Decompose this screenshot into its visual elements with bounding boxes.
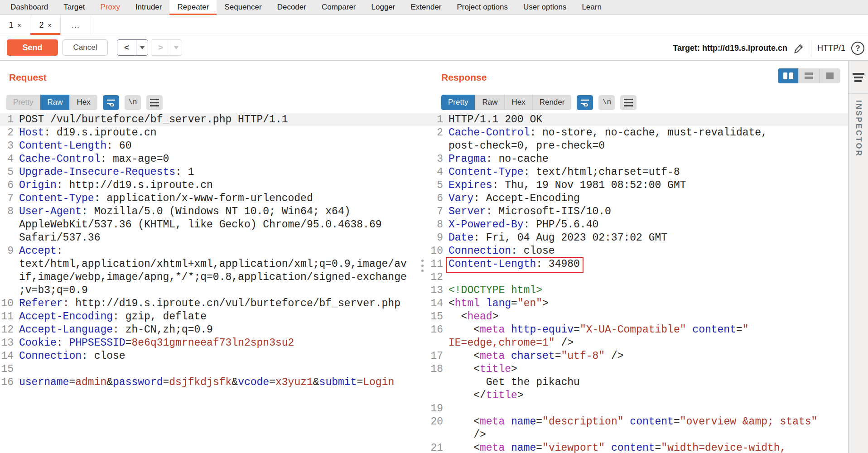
code-line: 13Cookie: PHPSESSID=8e6q31gmrneeaf73ln2s…	[0, 337, 429, 350]
line-number: 20	[429, 415, 443, 429]
response-panel: Response PrettyRawHexRender \n 1HTTP	[429, 61, 848, 453]
close-tab-icon[interactable]: ×	[17, 22, 21, 29]
code-line: 21 <meta name="viewport" content="width=…	[429, 442, 848, 453]
format-tab-raw[interactable]: Raw	[40, 95, 70, 110]
menu-item-extender[interactable]: Extender	[403, 0, 449, 14]
code-line: 7Content-Type: application/x-www-form-ur…	[0, 192, 429, 205]
history-back-dropdown[interactable]	[136, 40, 148, 55]
format-tab-raw[interactable]: Raw	[475, 95, 505, 110]
format-tab-render[interactable]: Render	[533, 95, 572, 110]
format-tab-pretty[interactable]: Pretty	[6, 95, 40, 110]
code-line: AppleWebKit/537.36 (KHTML, like Gecko) C…	[0, 218, 429, 231]
menu-item-project-options[interactable]: Project options	[449, 0, 516, 14]
line-number: 16	[429, 323, 443, 337]
layout-toggle	[778, 68, 840, 83]
line-number: 15	[0, 363, 14, 376]
history-forward-button[interactable]: >	[151, 40, 170, 55]
menu-item-decoder[interactable]: Decoder	[270, 0, 314, 14]
wrap-icon	[106, 98, 116, 106]
menu-item-sequencer[interactable]: Sequencer	[217, 0, 269, 14]
line-number: 6	[0, 179, 14, 192]
request-editor[interactable]: 1POST /vul/burteforce/bf_server.php HTTP…	[0, 113, 429, 389]
menu-item-comparer[interactable]: Comparer	[314, 0, 364, 14]
menu-item-logger[interactable]: Logger	[364, 0, 403, 14]
line-number: 7	[429, 205, 443, 218]
show-newlines-button[interactable]: \n	[125, 95, 141, 110]
format-tab-hex[interactable]: Hex	[70, 95, 97, 110]
newline-glyph: \n	[128, 98, 137, 106]
code-line: post-check=0, pre-check=0	[429, 140, 848, 153]
history-forward-dropdown[interactable]	[170, 40, 182, 55]
repeater-tab-bar: 1×2×...	[0, 15, 868, 35]
response-editor[interactable]: 1HTTP/1.1 200 OK2Cache-Control: no-store…	[429, 113, 848, 453]
inspector-collapse-button[interactable]	[849, 61, 868, 94]
menu-item-learn[interactable]: Learn	[574, 0, 609, 14]
line-number: 14	[0, 350, 14, 363]
line-number: 13	[0, 337, 14, 350]
line-number: 12	[0, 323, 14, 337]
history-back-button[interactable]: <	[117, 40, 136, 55]
panel-splitter-handle[interactable]	[421, 260, 424, 272]
code-line: 8X-Powered-By: PHP/5.6.40	[429, 218, 848, 231]
line-number: 11	[0, 310, 14, 323]
menu-item-proxy[interactable]: Proxy	[92, 0, 127, 14]
code-line: 12	[429, 271, 848, 284]
code-line: 5Upgrade-Insecure-Requests: 1	[0, 166, 429, 179]
code-line: />	[429, 429, 848, 442]
code-line: 10Referer: http://d19.s.iproute.cn/vul/b…	[0, 297, 429, 310]
repeater-toolbar: Send Cancel < > Target: http://d19.s.ipr…	[0, 36, 868, 61]
hamburger-icon	[150, 99, 159, 106]
code-line: 9Accept:	[0, 245, 429, 258]
target-url-label: Target: http://d19.s.iproute.cn	[673, 43, 787, 53]
line-number: 17	[429, 350, 443, 363]
inspector-rail: INSPECTOR	[848, 61, 868, 453]
menu-item-target[interactable]: Target	[56, 0, 92, 14]
wrap-lines-button[interactable]	[103, 95, 119, 110]
menu-item-dashboard[interactable]: Dashboard	[3, 0, 56, 14]
menu-item-intruder[interactable]: Intruder	[128, 0, 170, 14]
repeater-tab-2[interactable]: 2×	[30, 15, 61, 35]
repeater-tab-1[interactable]: 1×	[0, 15, 30, 35]
layout-columns-button[interactable]	[778, 68, 799, 83]
request-menu-button[interactable]	[146, 95, 163, 110]
code-line: 11Content-Length: 34980	[429, 258, 848, 271]
code-line: </title>	[429, 389, 848, 402]
response-view-controls: PrettyRawHexRender \n	[441, 95, 637, 110]
help-icon[interactable]: ?	[851, 42, 864, 55]
code-line: 15	[0, 363, 429, 376]
code-line: 6Vary: Accept-Encoding	[429, 192, 848, 205]
line-number: 21	[429, 442, 443, 453]
line-number: 19	[429, 402, 443, 415]
inspector-label[interactable]: INSPECTOR	[854, 100, 863, 157]
line-number: 9	[0, 245, 14, 258]
toolbar-divider	[811, 40, 811, 57]
history-forward-group: >	[151, 39, 182, 56]
line-number: 8	[429, 218, 443, 231]
send-button[interactable]: Send	[7, 39, 58, 56]
code-line: 17 <meta charset="utf-8" />	[429, 350, 848, 363]
request-view-controls: PrettyRawHex \n	[6, 95, 163, 110]
request-format-tabs: PrettyRawHex	[6, 95, 97, 110]
response-format-tabs: PrettyRawHexRender	[441, 95, 571, 110]
line-number: 13	[429, 284, 443, 297]
line-number: 2	[0, 126, 14, 140]
wrap-lines-button[interactable]	[577, 95, 593, 110]
code-line: 19	[429, 402, 848, 415]
code-line: 12Accept-Language: zh-CN,zh;q=0.9	[0, 323, 429, 337]
format-tab-pretty[interactable]: Pretty	[441, 95, 475, 110]
response-menu-button[interactable]	[620, 95, 637, 110]
code-line: 15 <head>	[429, 310, 848, 323]
show-newlines-button[interactable]: \n	[598, 95, 615, 110]
format-tab-hex[interactable]: Hex	[505, 95, 532, 110]
line-number: 5	[429, 179, 443, 192]
layout-single-button[interactable]	[820, 68, 840, 83]
cancel-button[interactable]: Cancel	[63, 39, 108, 56]
code-line: 4Cache-Control: max-age=0	[0, 153, 429, 166]
menu-item-repeater[interactable]: Repeater	[169, 0, 217, 14]
edit-target-button[interactable]	[793, 43, 805, 54]
new-tab-button[interactable]: ...	[61, 15, 91, 35]
close-tab-icon[interactable]: ×	[48, 22, 51, 29]
layout-rows-button[interactable]	[799, 68, 820, 83]
menu-item-user-options[interactable]: User options	[516, 0, 574, 14]
code-line: 5Expires: Thu, 19 Nov 1981 08:52:00 GMT	[429, 179, 848, 192]
